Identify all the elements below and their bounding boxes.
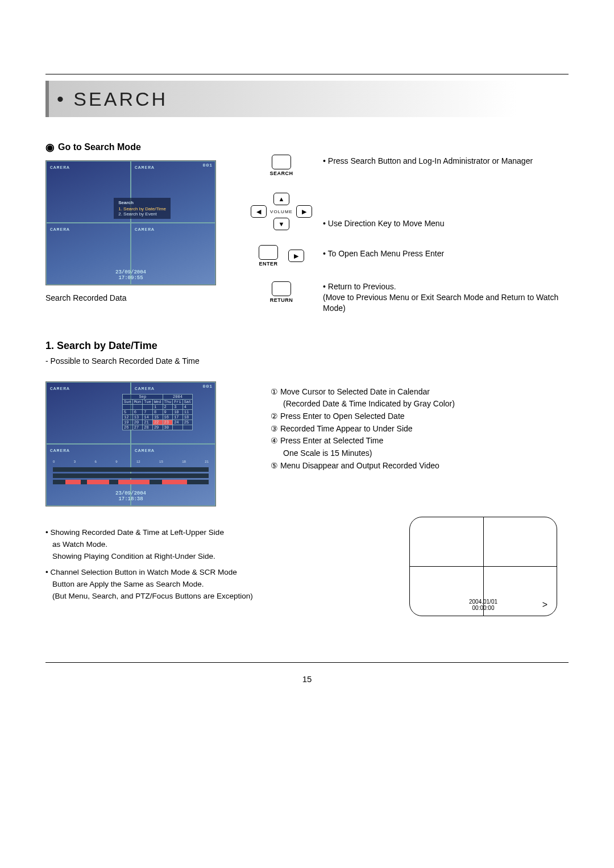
enter-instruction: To Open Each Menu Press Enter <box>323 248 444 259</box>
right-arrow-icon: ▶ <box>296 205 312 218</box>
enter-button-icon <box>259 245 278 260</box>
enter-button-label: ENTER <box>259 261 278 267</box>
step-4a: ④ Press Enter at Selected Time <box>271 435 569 447</box>
return-instruction-1: Return to Previous. <box>323 281 569 292</box>
play-icon: > <box>542 600 547 610</box>
page-title-bar: • SEARCH <box>45 81 569 117</box>
search-button-label: SEARCH <box>250 171 313 176</box>
note-2c: (But Menu, Search, and PTZ/Focus Buttons… <box>52 591 398 603</box>
right-arrow-icon: ▶ <box>288 250 304 262</box>
section-sub: Possible to Search Recorded Date & Time <box>45 356 569 366</box>
bullet-icon: ◉ <box>45 141 55 153</box>
note-2b: Button are Apply the Same as Search Mode… <box>52 579 398 591</box>
subheading-go-to-search: ◉ Go to Search Mode <box>45 141 569 153</box>
caption-search-recorded: Search Recorded Data <box>45 293 239 302</box>
search-popup: Search 1. Search by Date/Time 2. Search … <box>114 198 171 219</box>
return-button-icon <box>272 281 291 296</box>
tv-time: 00:00:00 <box>472 605 495 611</box>
page-title: • SEARCH <box>57 88 168 110</box>
return-button-label: RETURN <box>250 297 313 303</box>
tv-date: 2004.01/01 <box>469 599 497 605</box>
note-2a: • Channel Selection Button in Watch Mode… <box>45 567 398 579</box>
note-1b: as Watch Mode. <box>52 539 398 551</box>
volume-label: VOLUME <box>270 209 293 214</box>
step-5: ⑤ Menu Disappear and Output Recorded Vid… <box>271 460 569 472</box>
step-1b: (Recorded Date & Time Indicated by Gray … <box>283 398 569 410</box>
direction-instruction: Use Direction Key to Move Menu <box>323 218 444 229</box>
screenshot-calendar: CAMERA CAMERA001 CAMERA CAMERA Sep2004 S… <box>45 381 216 506</box>
down-arrow-icon: ▼ <box>273 218 289 230</box>
step-3: ③ Recorded Time Appear to Under Side <box>271 423 569 435</box>
left-arrow-icon: ◀ <box>251 205 267 218</box>
screenshot-search-menu: CAMERA CAMERA001 CAMERA CAMERA Search 1.… <box>45 160 216 285</box>
note-1a: • Showing Recorded Date & Time at Left-U… <box>45 527 398 539</box>
page-number: 15 <box>0 674 614 684</box>
search-button-icon <box>272 155 291 169</box>
tv-diagram: 2004.01/01 00:00:00 > <box>409 517 557 616</box>
direction-pad: ▲ ◀ VOLUME ▶ ▼ <box>251 193 312 230</box>
step-4b: One Scale is 15 Minutes) <box>283 447 569 460</box>
return-instruction-2: (Move to Previous Menu or Exit Search Mo… <box>323 292 569 314</box>
note-1c: Showing Playing Condition at Right-Under… <box>52 551 398 563</box>
search-instruction: Press Search Button and Log-In Administr… <box>323 156 533 167</box>
section-heading-search-by-date: 1. Search by Date/Time <box>45 340 569 352</box>
subheading-label: Go to Search Mode <box>58 142 141 152</box>
up-arrow-icon: ▲ <box>273 193 289 205</box>
step-1a: ① Move Cursor to Selected Date in Calend… <box>271 386 569 398</box>
step-2: ② Press Enter to Open Selected Date <box>271 410 569 423</box>
